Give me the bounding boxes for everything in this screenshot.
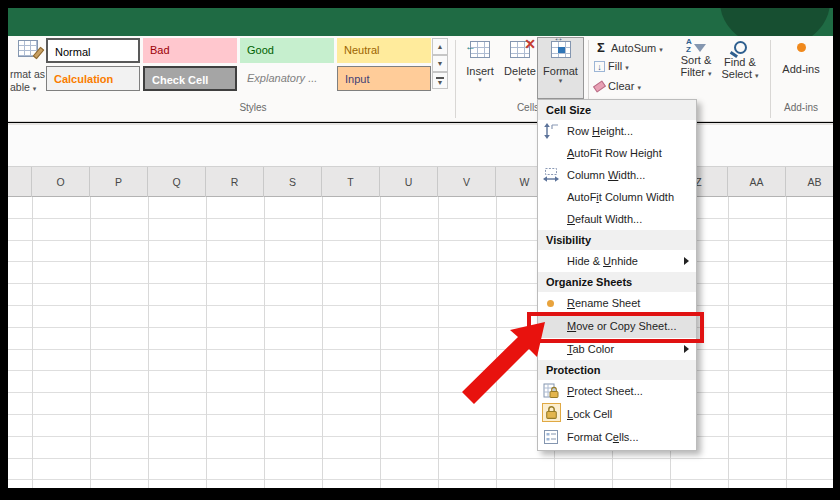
chevron-down-icon: ▾ <box>538 77 583 85</box>
styles-group-label: Styles <box>208 102 298 113</box>
rename-sheet-icon <box>547 300 554 307</box>
group-separator <box>455 40 456 118</box>
clear-button[interactable]: Clear ▾ <box>594 80 641 95</box>
formula-bar-area <box>8 123 833 166</box>
submenu-arrow-icon <box>684 257 689 265</box>
sigma-icon: Σ <box>594 40 608 55</box>
eraser-icon <box>593 80 606 92</box>
fill-button[interactable]: ↓ Fill ▾ <box>594 60 629 75</box>
chevron-down-icon: ▾ <box>708 70 712 77</box>
submenu-arrow-icon <box>684 345 689 353</box>
chevron-down-icon: ▾ <box>659 46 663 53</box>
add-ins-icon <box>797 43 806 52</box>
menu-item-column-width[interactable]: Column Width... <box>538 164 696 186</box>
column-header-partial[interactable] <box>8 167 32 197</box>
column-header-O[interactable]: O <box>32 167 90 197</box>
style-neutral[interactable]: Neutral <box>337 38 431 63</box>
chevron-down-icon: ▾ <box>625 64 629 71</box>
chevron-down-icon: ▾ <box>501 77 539 83</box>
format-dropdown-menu: Cell Size Row Height... AutoFit Row Heig… <box>537 99 697 451</box>
column-header-S[interactable]: S <box>264 167 322 197</box>
column-header-U[interactable]: U <box>380 167 438 197</box>
annotation-highlight-box <box>527 312 704 343</box>
column-header-R[interactable]: R <box>206 167 264 197</box>
menu-header-visibility: Visibility <box>538 230 696 250</box>
style-input[interactable]: Input <box>337 66 431 91</box>
add-ins-button[interactable]: Add-ins <box>776 38 826 75</box>
title-bar <box>8 8 833 36</box>
menu-item-protect-sheet[interactable]: Protect Sheet... <box>538 380 696 402</box>
titlebar-decoration <box>720 8 830 36</box>
menu-item-autofit-row-height[interactable]: AutoFit Row Height <box>538 142 696 164</box>
styles-gallery-scrollbar: ▲ ▼ ▼ <box>432 38 448 89</box>
menu-item-autofit-column-width[interactable]: AutoFit Column Width <box>538 186 696 208</box>
chevron-down-icon: ▾ <box>755 72 759 79</box>
format-as-table-button[interactable]: rmat as able ▾ <box>10 38 50 98</box>
fill-down-icon: ↓ <box>594 61 605 72</box>
column-header-Q[interactable]: Q <box>148 167 206 197</box>
menu-item-row-height[interactable]: Row Height... <box>538 120 696 142</box>
format-cells-dialog-icon <box>543 429 559 445</box>
chevron-down-icon: ▾ <box>637 84 641 91</box>
sort-filter-button[interactable]: AZ Sort & Filter ▾ <box>674 38 718 78</box>
menu-header-protection: Protection <box>538 360 696 380</box>
add-ins-group-label: Add-ins <box>756 102 840 113</box>
format-as-table-label-2: able <box>10 81 30 93</box>
style-explanatory[interactable]: Explanatory ... <box>240 66 334 91</box>
format-cells-size-icon: ↔ <box>551 41 571 58</box>
filter-funnel-icon <box>694 44 706 52</box>
autosum-button[interactable]: ΣAutoSum ▾ <box>594 40 663 55</box>
insert-button[interactable]: ← Insert ▾ <box>461 38 499 98</box>
format-as-table-icon <box>18 40 38 57</box>
ribbon: rmat as able ▾ Normal Bad Good Neutral C… <box>8 36 833 122</box>
menu-header-cell-size: Cell Size <box>538 100 696 120</box>
search-icon <box>734 41 747 54</box>
column-width-icon <box>543 167 559 183</box>
column-header-T[interactable]: T <box>322 167 380 197</box>
style-normal[interactable]: Normal <box>46 38 140 63</box>
format-as-table-label-1: rmat as <box>10 68 45 80</box>
column-header-AA[interactable]: AA <box>728 167 786 197</box>
lock-cell-icon <box>542 403 561 422</box>
column-header-V[interactable]: V <box>438 167 496 197</box>
chevron-down-icon: ▾ <box>33 85 37 92</box>
find-select-button[interactable]: Find & Select ▾ <box>718 38 762 80</box>
style-good[interactable]: Good <box>240 38 334 63</box>
menu-header-organize-sheets: Organize Sheets <box>538 272 696 292</box>
column-header-P[interactable]: P <box>90 167 148 197</box>
column-headers: OPQRSTUVWXYZAAAB <box>8 166 833 197</box>
spreadsheet-grid[interactable] <box>8 197 833 488</box>
row-height-icon <box>543 123 559 139</box>
insert-cells-icon: ← <box>470 41 490 58</box>
protect-sheet-icon <box>543 383 559 399</box>
format-button[interactable]: ↔ Format ▾ <box>537 37 584 99</box>
chevron-down-icon: ▾ <box>461 77 499 83</box>
gallery-more-button[interactable]: ▼ <box>432 72 448 89</box>
gallery-scroll-down-button[interactable]: ▼ <box>432 55 448 72</box>
menu-item-hide-unhide[interactable]: Hide & Unhide <box>538 250 696 272</box>
column-header-AB[interactable]: AB <box>786 167 840 197</box>
style-calculation[interactable]: Calculation <box>46 66 140 91</box>
delete-button[interactable]: ✕ Delete ▾ <box>501 38 539 98</box>
sort-az-icon: AZ <box>686 38 692 54</box>
menu-item-default-width[interactable]: Default Width... <box>538 208 696 230</box>
delete-cells-icon: ✕ <box>510 41 530 58</box>
menu-item-format-cells[interactable]: Format Cells... <box>538 426 696 448</box>
excel-window: rmat as able ▾ Normal Bad Good Neutral C… <box>0 0 840 500</box>
gallery-scroll-up-button[interactable]: ▲ <box>432 38 448 55</box>
style-check-cell[interactable]: Check Cell <box>143 66 237 91</box>
menu-item-rename-sheet[interactable]: Rename Sheet <box>538 292 696 314</box>
style-bad[interactable]: Bad <box>143 38 237 63</box>
menu-item-lock-cell[interactable]: Lock Cell <box>538 402 696 426</box>
